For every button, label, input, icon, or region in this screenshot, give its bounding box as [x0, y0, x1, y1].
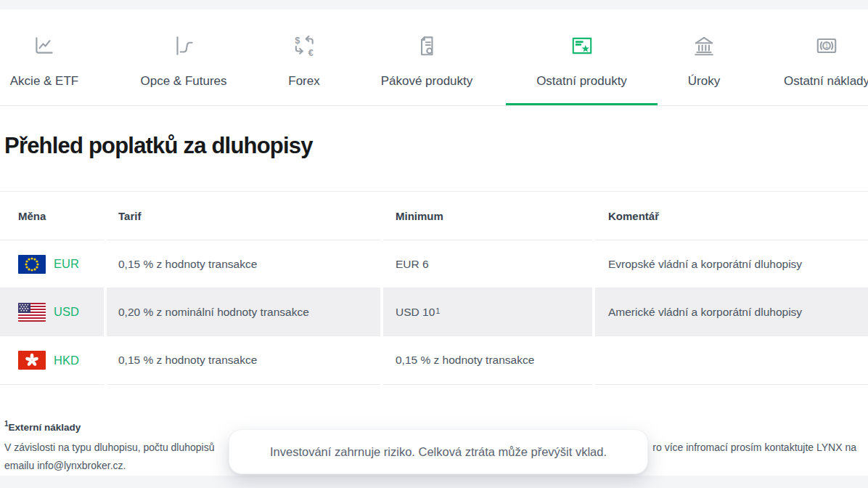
table-header-row: Měna Tarif Minimum Komentář	[0, 192, 868, 240]
currency-exchange-icon: $ €	[292, 33, 316, 61]
minimum-value: USD 10	[396, 306, 435, 319]
footnote-title-text: Externí náklady	[9, 422, 81, 433]
footnote-text-left: V závislosti na typu dluhopisu, počtu dl…	[4, 442, 215, 453]
product-tabs: Akcie & ETF Opce & Futures $ €	[0, 9, 868, 106]
tarif-cell: 0,15 % z hodnoty transakce	[107, 336, 380, 385]
tab-uroky[interactable]: Úroky	[662, 33, 746, 105]
tab-ostatni-produkty[interactable]: Ostatní produkty	[506, 33, 658, 105]
tab-label: Ostatní náklady	[784, 74, 868, 89]
svg-text:1: 1	[824, 42, 828, 49]
currency-code: HKD	[54, 354, 79, 367]
tab-label: Akcie & ETF	[10, 74, 78, 89]
fees-table: Měna Tarif Minimum Komentář	[0, 191, 868, 385]
tab-label: Pákové produkty	[381, 74, 473, 89]
currency-code: USD	[54, 305, 79, 319]
tab-pakove-produkty[interactable]: Pákové produkty	[360, 33, 494, 105]
tab-label: Forex	[288, 74, 319, 89]
risk-warning-text: Investování zahrnuje riziko. Celková ztr…	[270, 445, 607, 459]
tarif-cell: 0,15 % z hodnoty transakce	[107, 240, 380, 288]
hk-flag-icon	[18, 351, 46, 370]
page-title: Přehled poplatků za dluhopisy	[4, 133, 313, 159]
column-header-mena: Měna	[0, 192, 104, 240]
tab-opce-futures[interactable]: Opce & Futures	[122, 33, 245, 105]
line-chart-icon	[32, 33, 57, 61]
currency-code: EUR	[54, 257, 79, 271]
eu-flag-icon	[18, 255, 46, 274]
svg-text:€: €	[308, 47, 314, 58]
top-strip	[0, 0, 868, 9]
minimum-value: 0,15 % z hodnoty transakce	[396, 354, 534, 367]
currency-cell: HKD	[0, 336, 104, 385]
svg-text:$: $	[295, 35, 300, 46]
bank-icon	[692, 33, 716, 61]
bottom-strip	[0, 476, 868, 488]
tarif-cell: 0,20 % z nominální hodnoty transakce	[107, 288, 380, 336]
minimum-cell: USD 101	[383, 288, 592, 336]
tab-akcie-etf[interactable]: Akcie & ETF	[0, 33, 89, 105]
tab-label: Opce & Futures	[140, 74, 226, 89]
minimum-value: EUR 6	[396, 258, 429, 271]
starred-document-icon	[570, 33, 594, 61]
komentar-cell	[595, 336, 868, 385]
certificate-document-icon	[414, 33, 439, 61]
us-flag-icon	[18, 303, 46, 322]
risk-warning-toast: Investování zahrnuje riziko. Celková ztr…	[229, 429, 648, 474]
minimum-cell: 0,15 % z hodnoty transakce	[383, 336, 592, 385]
table-row-eur: EUR 0,15 % z hodnoty transakce EUR 6 Evr…	[0, 240, 868, 288]
column-header-minimum: Minimum	[383, 192, 592, 240]
column-header-tarif: Tarif	[107, 192, 380, 240]
step-chart-icon	[171, 33, 196, 61]
table-row-usd: USD 0,20 % z nominální hodnoty transakce…	[0, 288, 868, 336]
tab-ostatni-naklady[interactable]: 1 Ostatní náklady	[772, 33, 868, 105]
table-row-hkd: HKD 0,15 % z hodnoty transakce 0,15 % z …	[0, 336, 868, 385]
komentar-cell: Evropské vládní a korporátní dluhopisy	[595, 240, 868, 288]
currency-cell: EUR	[0, 240, 104, 288]
minimum-cell: EUR 6	[383, 240, 592, 288]
tab-label: Ostatní produkty	[536, 74, 627, 89]
banknote-icon: 1	[814, 33, 839, 61]
tab-forex[interactable]: $ € Forex	[255, 33, 353, 105]
currency-cell: USD	[0, 288, 104, 336]
komentar-cell: Americké vládní a korporátní dluhopisy	[595, 288, 868, 336]
column-header-komentar: Komentář	[595, 192, 868, 240]
tab-label: Úroky	[688, 74, 720, 89]
footnote-text-right: ro více infromací prosím kontaktujte LYN…	[652, 439, 856, 457]
